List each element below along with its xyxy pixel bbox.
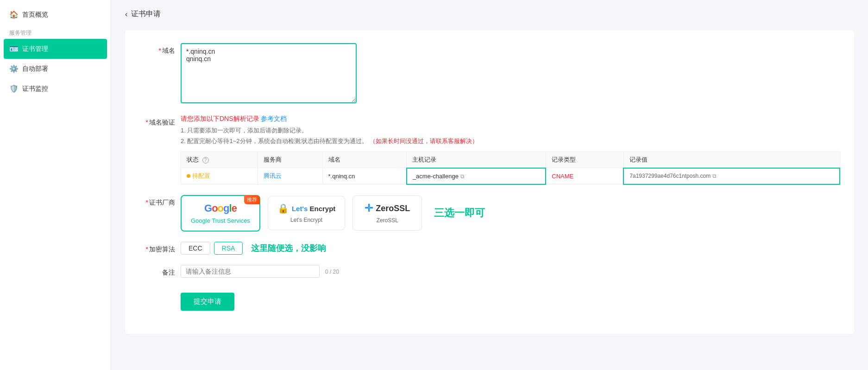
sidebar: 🏠 首页概览 服务管理 🪪 证书管理 ⚙️ 自动部署 🛡️ 证书监控 — [0, 0, 111, 370]
remark-label: 备注 — [139, 265, 181, 277]
status-text: 待配置 — [192, 172, 210, 180]
form-section: *域名 *.qninq.cn qninq.cn *域名验证 请您添加以下DNS解… — [125, 30, 854, 334]
recommend-badge: 推荐 — [244, 195, 260, 204]
value-copy-icon[interactable]: ⧉ — [712, 173, 717, 179]
sidebar-monitor-label: 证书监控 — [22, 85, 48, 93]
cert-vendor-label: *证书厂商 — [139, 195, 181, 207]
value-cell: 7a1937299ae4d76c1ntposh.com ⧉ — [623, 168, 840, 184]
google-logo: Google — [204, 202, 237, 214]
submit-button[interactable]: 提交申请 — [181, 293, 234, 311]
host-cell: _acme-challenge ⧉ — [407, 168, 546, 184]
type-cell: CNAME — [546, 168, 623, 184]
provider-cell: 腾讯云 — [258, 168, 322, 184]
zero-plus-icon: ✛ — [365, 202, 373, 214]
remark-row: 备注 0 / 20 — [139, 265, 840, 278]
enc-row: *加密算法 ECC RSA 这里随便选，没影响 — [139, 242, 840, 255]
status-cell: 待配置 — [181, 168, 258, 184]
enc-label: *加密算法 — [139, 242, 181, 254]
main-content: ‹ 证书申请 *域名 *.qninq.cn qninq.cn *域名验证 请您添… — [111, 0, 868, 370]
le-lock-icon: 🔒 — [277, 203, 289, 214]
host-value: _acme-challenge — [413, 173, 459, 180]
dns-hint: 请您添加以下DNS解析记录 — [181, 115, 259, 122]
zero-text: ZeroSSL — [376, 204, 410, 213]
service-section-label: 服务管理 — [0, 25, 111, 39]
zerossl-vendor-name: ZeroSSL — [377, 217, 398, 224]
th-value: 记录值 — [623, 151, 840, 168]
vendor-google[interactable]: 推荐 Google Google Trust Services — [181, 195, 260, 232]
domain-row: *域名 *.qninq.cn qninq.cn — [139, 43, 840, 105]
dns-sub1: 1. 只需要添加一次即可，添加后请勿删除记录。 2. 配置完耐心等待1~2分钟，… — [181, 125, 840, 147]
submit-content: 提交申请 — [181, 288, 840, 311]
remark-content: 0 / 20 — [181, 265, 840, 278]
sidebar-home-label: 首页概览 — [22, 11, 48, 19]
th-host: 主机记录 — [407, 151, 546, 168]
enc-buttons: ECC RSA 这里随便选，没影响 — [181, 242, 840, 255]
submit-row: 提交申请 — [139, 288, 840, 311]
enc-rsa-button[interactable]: RSA — [214, 242, 243, 255]
tencent-link[interactable]: 腾讯云 — [264, 172, 282, 179]
sidebar-deploy-label: 自动部署 — [22, 65, 48, 73]
page-header[interactable]: ‹ 证书申请 — [125, 9, 854, 19]
sidebar-item-home[interactable]: 🏠 首页概览 — [0, 5, 111, 25]
google-vendor-name: Google Trust Services — [191, 217, 250, 224]
enc-ecc-button[interactable]: ECC — [181, 242, 210, 255]
dns-info: 请您添加以下DNS解析记录 参考文档 1. 只需要添加一次即可，添加后请勿删除记… — [181, 115, 840, 147]
status-question-icon[interactable]: ? — [202, 157, 209, 163]
sidebar-item-cert-manage[interactable]: 🪪 证书管理 — [4, 39, 107, 59]
le-text: Let's Encrypt — [292, 205, 335, 213]
letsencrypt-vendor-name: Let's Encrypt — [290, 217, 322, 223]
dns-customer-link[interactable]: （如果长时间没通过，请联系客服解决） — [370, 138, 478, 144]
remark-count: 0 / 20 — [325, 269, 339, 275]
vendor-zerossl[interactable]: ✛ ZeroSSL ZeroSSL — [352, 195, 422, 231]
sidebar-item-cert-monitor[interactable]: 🛡️ 证书监控 — [0, 79, 111, 99]
dns-label: *域名验证 — [139, 115, 181, 127]
status-dot — [187, 174, 190, 178]
home-icon: 🏠 — [9, 10, 19, 19]
cert-vendor-row: *证书厂商 推荐 Google Google Trust Services — [139, 195, 840, 232]
dns-hint-link[interactable]: 参考文档 — [261, 115, 287, 122]
dns-row: *域名验证 请您添加以下DNS解析记录 参考文档 1. 只需要添加一次即可，添加… — [139, 115, 840, 185]
cert-vendors-list: 推荐 Google Google Trust Services 🔒 Let's … — [181, 195, 840, 232]
zero-logo: ✛ ZeroSSL — [365, 202, 410, 214]
remark-input[interactable] — [181, 265, 320, 278]
sidebar-cert-label: 证书管理 — [22, 45, 48, 53]
cert-manage-icon: 🪪 — [9, 44, 19, 53]
sidebar-item-auto-deploy[interactable]: ⚙️ 自动部署 — [0, 59, 111, 79]
three-hint: 三选一即可 — [434, 206, 485, 220]
th-type: 记录类型 — [546, 151, 623, 168]
domain-content: *.qninq.cn qninq.cn — [181, 43, 840, 105]
domain-cell: *.qninq.cn — [322, 168, 407, 184]
enc-content: ECC RSA 这里随便选，没影响 — [181, 242, 840, 255]
th-domain: 域名 — [322, 151, 407, 168]
record-value: 7a1937299ae4d76c1ntposh.com ⧉ — [629, 173, 834, 179]
cname-text: CNAME — [552, 173, 573, 180]
record-value-text: 7a1937299ae4d76c1ntposh.com — [629, 173, 711, 179]
auto-deploy-icon: ⚙️ — [9, 64, 19, 73]
enc-hint: 这里随便选，没影响 — [251, 243, 326, 254]
host-copy-icon[interactable]: ⧉ — [460, 173, 465, 180]
domain-textarea[interactable]: *.qninq.cn qninq.cn — [181, 43, 357, 103]
le-logo: 🔒 Let's Encrypt — [277, 203, 335, 214]
dns-table-row: 待配置 腾讯云 *.qninq.cn _acme-challenge ⧉ — [181, 168, 840, 184]
dns-content: 请您添加以下DNS解析记录 参考文档 1. 只需要添加一次即可，添加后请勿删除记… — [181, 115, 840, 185]
cert-vendor-content: 推荐 Google Google Trust Services 🔒 Let's … — [181, 195, 840, 232]
dns-table: 状态 ? 服务商 域名 主机记录 记录类型 记录值 — [181, 151, 840, 185]
back-arrow-icon[interactable]: ‹ — [125, 10, 127, 19]
th-status: 状态 ? — [181, 151, 258, 168]
cert-monitor-icon: 🛡️ — [9, 84, 19, 93]
th-provider: 服务商 — [258, 151, 322, 168]
domain-label: *域名 — [139, 43, 181, 55]
page-title: 证书申请 — [131, 9, 161, 19]
vendor-letsencrypt[interactable]: 🔒 Let's Encrypt Let's Encrypt — [268, 196, 345, 230]
